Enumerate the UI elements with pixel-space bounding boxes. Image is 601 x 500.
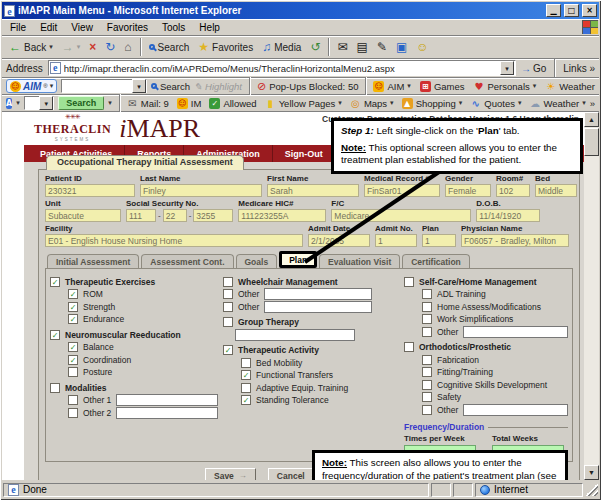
resize-grip[interactable] <box>585 483 598 496</box>
tab-initial-assessment[interactable]: Initial Assessment <box>47 254 139 268</box>
bar2-item-quotes[interactable]: ∿Quotes▾ <box>470 98 521 109</box>
bar2-item-shopping[interactable]: ▲Shopping▾ <box>402 98 463 109</box>
checkbox-fitting-training[interactable] <box>422 367 432 377</box>
scroll-up-icon[interactable]: ▲ <box>584 112 599 127</box>
checkbox-functional-transfers[interactable]: ✓ <box>241 370 251 380</box>
aim-search-button[interactable]: Search <box>151 81 190 92</box>
refresh-button[interactable]: ↻ <box>101 40 119 54</box>
checkbox-coordination[interactable]: ✓ <box>68 355 78 365</box>
favorites-button[interactable]: ★ Favorites <box>194 40 257 54</box>
checkbox-orthodotics-prosthetic[interactable] <box>404 342 414 352</box>
input-other-1[interactable] <box>116 394 218 406</box>
close-button[interactable]: × <box>582 4 597 17</box>
home-button[interactable]: ⌂ <box>120 40 135 54</box>
menu-view[interactable]: View <box>64 21 100 34</box>
messenger-button[interactable]: ☺ <box>412 40 432 54</box>
checkbox-bed-mobility[interactable] <box>241 358 251 368</box>
highlight-button[interactable]: ✎ Highlight <box>194 81 242 92</box>
menu-edit[interactable]: Edit <box>33 21 64 34</box>
checkbox-strength[interactable]: ✓ <box>68 302 78 312</box>
aim-item-aim[interactable]: ☺AIM▾ <box>373 81 410 92</box>
bar2-item-weather[interactable]: ☁Weather▾ <box>529 98 585 109</box>
bar2-item-mail-9[interactable]: ✉Mail: 9 <box>127 98 169 109</box>
checkbox-safety[interactable] <box>422 392 432 402</box>
checkbox-fabrication[interactable] <box>422 355 432 365</box>
aim-item-weather[interactable]: ☀Weather <box>545 81 595 92</box>
bar2-item-yellow-pages[interactable]: ▮Yellow Pages▾ <box>265 98 342 109</box>
aim-brand-button[interactable]: ☺ AIM® ▾ <box>6 79 57 93</box>
input-other-2[interactable] <box>116 407 218 419</box>
toolbar-logo-caret-icon[interactable]: ▾ <box>16 99 20 107</box>
tab-evaluation-visit[interactable]: Evaluation Visit <box>319 254 400 268</box>
minimize-button[interactable]: ▁ <box>546 4 561 17</box>
checkbox-group-therapy[interactable] <box>223 317 233 327</box>
bar2-item-allowed[interactable]: ✓Allowed <box>209 98 256 109</box>
bar2-item-maps[interactable]: ◎Maps▾ <box>350 98 394 109</box>
media-button[interactable]: ♫ Media <box>258 40 305 54</box>
checkbox-cognitive-skills-development[interactable] <box>422 380 432 390</box>
toolbar-search-button[interactable]: Search <box>58 96 104 110</box>
checkbox-neuromuscular-reeducation[interactable]: ✓ <box>50 330 60 340</box>
checkbox-modalities[interactable] <box>50 383 60 393</box>
checkbox-endurance[interactable]: ✓ <box>68 314 78 324</box>
forward-button[interactable]: → ▾ <box>58 40 85 54</box>
toolbar-overflow-button[interactable]: » <box>590 98 595 109</box>
address-dropdown-icon[interactable]: ▾ <box>500 61 514 75</box>
input-other[interactable] <box>463 404 568 416</box>
checkbox-other[interactable] <box>223 289 233 299</box>
menu-tools[interactable]: Tools <box>155 21 192 34</box>
address-input[interactable]: e http://imapr.theraclin.com/iMAPRDemo/M… <box>48 60 516 76</box>
menu-help[interactable]: Help <box>192 21 227 34</box>
checkbox-balance[interactable]: ✓ <box>68 342 78 352</box>
toolbar-search-dropdown-icon[interactable]: ▾ <box>39 96 53 110</box>
history-button[interactable]: ↺ <box>306 40 324 54</box>
checkbox-other[interactable] <box>422 405 432 415</box>
print-button[interactable]: ▤ <box>353 40 372 54</box>
search-button[interactable]: Search <box>145 41 194 54</box>
menu-file[interactable]: File <box>3 21 33 34</box>
aim-item-personals[interactable]: ♥Personals▾ <box>474 81 537 92</box>
bar2-item-im[interactable]: ☺IM <box>177 98 202 109</box>
checkbox-self-care-home-management[interactable] <box>404 277 414 287</box>
checkbox-other[interactable] <box>422 327 432 337</box>
checkbox-work-simplifications[interactable] <box>422 314 432 324</box>
checkbox-adl-training[interactable] <box>422 289 432 299</box>
input-other[interactable] <box>264 288 372 300</box>
links-menu[interactable]: Links » <box>563 63 595 74</box>
checkbox-adaptive-equip-training[interactable] <box>241 383 251 393</box>
mail-button[interactable]: ✉ <box>333 40 351 54</box>
tab-assessment-cont[interactable]: Assessment Cont. <box>141 254 233 268</box>
vertical-scrollbar[interactable]: ▲ ▼ <box>584 112 599 480</box>
save-button[interactable]: Save→ <box>205 468 256 481</box>
toolbar-search-caret-icon[interactable]: ▾ <box>108 99 112 107</box>
aim-search-input[interactable]: ▾ <box>61 79 147 93</box>
maximize-button[interactable]: □ <box>564 4 579 17</box>
back-caret-icon[interactable]: ▾ <box>49 43 53 51</box>
checkbox-posture[interactable] <box>68 367 78 377</box>
scroll-down-icon[interactable]: ▼ <box>584 465 599 480</box>
checkbox-other-2[interactable] <box>68 408 78 418</box>
tab-plan[interactable]: Plan <box>279 251 317 268</box>
discuss-button[interactable]: ▣ <box>392 40 411 54</box>
checkbox-standing-tolerance[interactable]: ✓ <box>241 395 251 405</box>
assessment-panel-tab[interactable]: Occupational Therapy Initial Assessment <box>46 155 244 170</box>
scroll-thumb[interactable] <box>584 128 599 156</box>
tab-certification[interactable]: Certification <box>402 254 470 268</box>
nav-sign-out[interactable]: Sign-Out <box>273 145 336 162</box>
menu-favorites[interactable]: Favorites <box>100 21 155 34</box>
back-button[interactable]: ← Back ▾ <box>5 40 57 54</box>
toolbar-logo-icon[interactable]: A <box>6 98 12 109</box>
checkbox-rom[interactable]: ✓ <box>68 289 78 299</box>
tab-goals[interactable]: Goals <box>236 254 278 268</box>
checkbox-wheelchair-management[interactable] <box>223 277 233 287</box>
checkbox-other[interactable] <box>223 302 233 312</box>
aim-search-dropdown-icon[interactable]: ▾ <box>132 79 146 93</box>
stop-button[interactable]: × <box>85 40 100 54</box>
input-other[interactable] <box>463 326 568 338</box>
checkbox-home-assess-modifications[interactable] <box>422 302 432 312</box>
toolbar-search-input[interactable]: ▾ <box>24 96 55 110</box>
checkbox-therapeutic-exercises[interactable]: ✓ <box>50 277 60 287</box>
go-button[interactable]: → Go <box>521 63 546 74</box>
popup-blocker-button[interactable]: ⊘ Pop-Ups Blocked: 50 <box>257 80 358 93</box>
checkbox-other-1[interactable] <box>68 395 78 405</box>
